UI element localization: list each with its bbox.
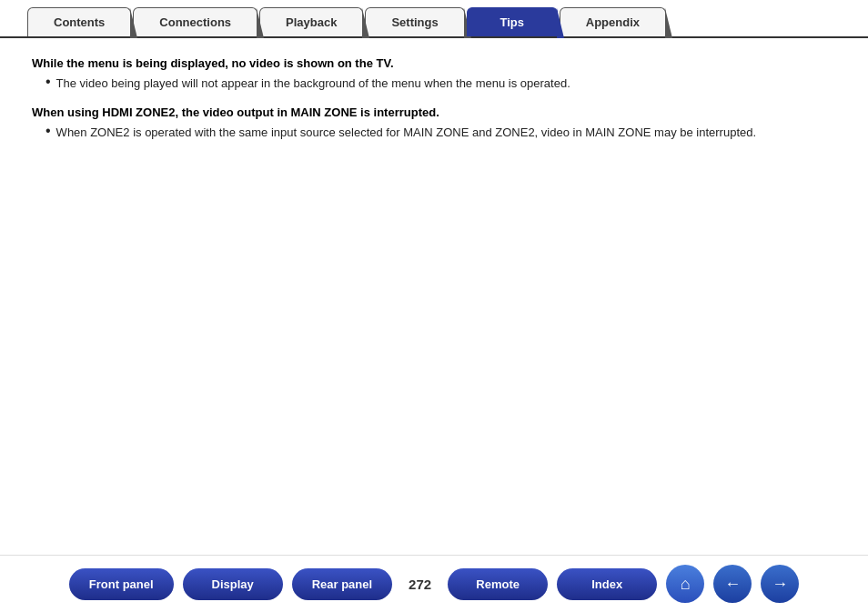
section-section2: When using HDMI ZONE2, the video output … bbox=[32, 105, 836, 142]
tab-contents[interactable]: Contents bbox=[27, 7, 131, 36]
display-button[interactable]: Display bbox=[183, 568, 283, 600]
tab-connections[interactable]: Connections bbox=[133, 7, 257, 36]
forward-button[interactable]: → bbox=[761, 565, 799, 603]
index-button[interactable]: Index bbox=[557, 568, 657, 600]
bottom-navigation: Front panelDisplayRear panel272RemoteInd… bbox=[0, 555, 868, 612]
section-title: While the menu is being displayed, no vi… bbox=[32, 56, 836, 70]
rear-panel-button[interactable]: Rear panel bbox=[292, 568, 392, 600]
back-button[interactable]: ← bbox=[713, 565, 752, 603]
section-section1: While the menu is being displayed, no vi… bbox=[32, 56, 836, 93]
front-panel-button[interactable]: Front panel bbox=[69, 568, 174, 600]
bullet-item: •The video being played will not appear … bbox=[45, 75, 836, 93]
bullet-dot-icon: • bbox=[45, 75, 51, 89]
home-button[interactable]: ⌂ bbox=[666, 565, 704, 603]
remote-button[interactable]: Remote bbox=[448, 568, 548, 600]
tab-bar: ContentsConnectionsPlaybackSettingsTipsA… bbox=[0, 0, 868, 38]
main-content: While the menu is being displayed, no vi… bbox=[0, 38, 868, 555]
tab-appendix[interactable]: Appendix bbox=[560, 7, 666, 36]
section-title: When using HDMI ZONE2, the video output … bbox=[32, 105, 836, 119]
tab-tips[interactable]: Tips bbox=[467, 7, 558, 36]
page-number: 272 bbox=[401, 577, 439, 592]
bullet-item: •When ZONE2 is operated with the same in… bbox=[45, 124, 836, 142]
bullet-text: The video being played will not appear i… bbox=[56, 75, 570, 93]
tab-settings[interactable]: Settings bbox=[365, 7, 464, 36]
tab-playback[interactable]: Playback bbox=[259, 7, 363, 36]
bullet-dot-icon: • bbox=[45, 124, 51, 138]
bullet-text: When ZONE2 is operated with the same inp… bbox=[56, 124, 756, 142]
